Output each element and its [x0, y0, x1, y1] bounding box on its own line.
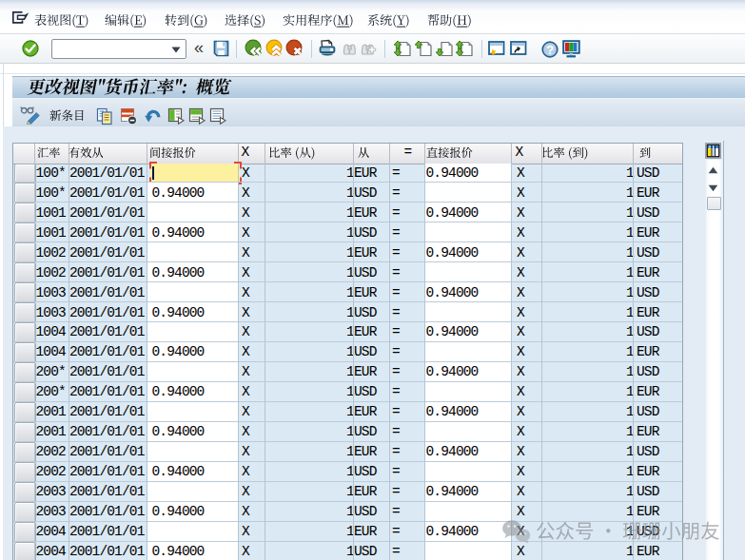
svg-text:?: ?	[546, 43, 554, 57]
